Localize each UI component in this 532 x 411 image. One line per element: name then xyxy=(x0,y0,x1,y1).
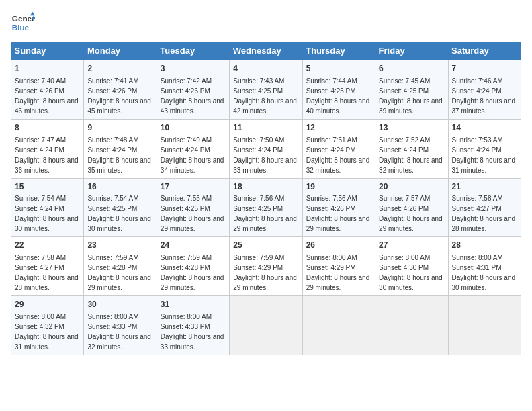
day-number: 6 xyxy=(379,63,444,75)
day-cell: 18 Sunrise: 7:56 AMSunset: 4:25 PMDaylig… xyxy=(230,178,302,237)
day-info: Sunrise: 7:55 AMSunset: 4:25 PMDaylight:… xyxy=(161,195,224,232)
day-number: 2 xyxy=(87,63,152,75)
header-tuesday: Tuesday xyxy=(157,42,229,60)
day-cell: 9 Sunrise: 7:48 AMSunset: 4:24 PMDayligh… xyxy=(84,119,157,178)
day-info: Sunrise: 7:54 AMSunset: 4:25 PMDaylight:… xyxy=(87,195,151,232)
day-cell: 26 Sunrise: 8:00 AMSunset: 4:29 PMDaylig… xyxy=(302,237,375,296)
day-cell: 25 Sunrise: 7:59 AMSunset: 4:29 PMDaylig… xyxy=(230,237,302,296)
day-info: Sunrise: 7:54 AMSunset: 4:24 PMDaylight:… xyxy=(15,195,79,232)
day-number: 21 xyxy=(452,181,517,193)
day-info: Sunrise: 7:47 AMSunset: 4:24 PMDaylight:… xyxy=(15,136,79,174)
day-info: Sunrise: 7:56 AMSunset: 4:25 PMDaylight:… xyxy=(233,195,297,232)
day-info: Sunrise: 7:59 AMSunset: 4:28 PMDaylight:… xyxy=(161,254,224,291)
day-info: Sunrise: 7:51 AMSunset: 4:24 PMDaylight:… xyxy=(306,136,370,174)
day-cell: 13 Sunrise: 7:52 AMSunset: 4:24 PMDaylig… xyxy=(375,119,448,178)
day-cell: 12 Sunrise: 7:51 AMSunset: 4:24 PMDaylig… xyxy=(302,119,375,178)
day-info: Sunrise: 7:52 AMSunset: 4:24 PMDaylight:… xyxy=(379,136,443,174)
day-info: Sunrise: 7:43 AMSunset: 4:25 PMDaylight:… xyxy=(233,77,297,115)
day-number: 8 xyxy=(15,122,80,134)
day-info: Sunrise: 8:00 AMSunset: 4:33 PMDaylight:… xyxy=(161,313,224,351)
day-number: 1 xyxy=(15,63,80,75)
day-info: Sunrise: 7:56 AMSunset: 4:26 PMDaylight:… xyxy=(306,195,370,232)
day-number: 29 xyxy=(15,299,80,310)
week-row-5: 29 Sunrise: 8:00 AMSunset: 4:32 PMDaylig… xyxy=(11,296,521,355)
day-number: 9 xyxy=(87,122,152,134)
day-number: 15 xyxy=(15,181,80,193)
day-cell: 23 Sunrise: 7:59 AMSunset: 4:28 PMDaylig… xyxy=(84,237,157,296)
day-cell: 27 Sunrise: 8:00 AMSunset: 4:30 PMDaylig… xyxy=(375,237,448,296)
header-friday: Friday xyxy=(375,42,448,60)
day-cell: 17 Sunrise: 7:55 AMSunset: 4:25 PMDaylig… xyxy=(157,178,229,237)
day-info: Sunrise: 7:45 AMSunset: 4:25 PMDaylight:… xyxy=(379,77,443,115)
day-cell: 22 Sunrise: 7:58 AMSunset: 4:27 PMDaylig… xyxy=(11,237,84,296)
day-number: 11 xyxy=(233,122,298,134)
day-number: 28 xyxy=(452,240,517,251)
day-info: Sunrise: 7:50 AMSunset: 4:24 PMDaylight:… xyxy=(233,136,297,174)
day-cell: 31 Sunrise: 8:00 AMSunset: 4:33 PMDaylig… xyxy=(157,296,229,355)
week-row-2: 8 Sunrise: 7:47 AMSunset: 4:24 PMDayligh… xyxy=(11,119,521,178)
day-number: 12 xyxy=(306,122,371,134)
day-cell: 24 Sunrise: 7:59 AMSunset: 4:28 PMDaylig… xyxy=(157,237,229,296)
day-cell: 21 Sunrise: 7:58 AMSunset: 4:27 PMDaylig… xyxy=(448,178,521,237)
day-cell: 28 Sunrise: 8:00 AMSunset: 4:31 PMDaylig… xyxy=(448,237,521,296)
day-number: 30 xyxy=(87,299,152,310)
header-saturday: Saturday xyxy=(448,42,521,60)
day-number: 26 xyxy=(306,240,371,251)
header-sunday: Sunday xyxy=(11,42,84,60)
week-row-1: 1 Sunrise: 7:40 AMSunset: 4:26 PMDayligh… xyxy=(11,60,521,120)
day-cell: 2 Sunrise: 7:41 AMSunset: 4:26 PMDayligh… xyxy=(84,60,157,120)
day-info: Sunrise: 7:59 AMSunset: 4:28 PMDaylight:… xyxy=(87,254,151,291)
day-number: 13 xyxy=(379,122,444,134)
day-info: Sunrise: 8:00 AMSunset: 4:32 PMDaylight:… xyxy=(15,313,79,351)
day-number: 7 xyxy=(452,63,517,75)
day-number: 10 xyxy=(161,122,226,134)
logo: General Blue xyxy=(11,11,35,35)
day-number: 18 xyxy=(233,181,298,193)
day-cell: 29 Sunrise: 8:00 AMSunset: 4:32 PMDaylig… xyxy=(11,296,84,355)
day-info: Sunrise: 8:00 AMSunset: 4:29 PMDaylight:… xyxy=(306,254,370,291)
header: General Blue xyxy=(11,11,521,35)
day-cell: 6 Sunrise: 7:45 AMSunset: 4:25 PMDayligh… xyxy=(375,60,448,120)
day-info: Sunrise: 7:46 AMSunset: 4:24 PMDaylight:… xyxy=(452,77,516,115)
day-cell: 30 Sunrise: 8:00 AMSunset: 4:33 PMDaylig… xyxy=(84,296,157,355)
day-info: Sunrise: 7:41 AMSunset: 4:26 PMDaylight:… xyxy=(87,77,151,115)
day-number: 3 xyxy=(161,63,226,75)
day-info: Sunrise: 7:42 AMSunset: 4:26 PMDaylight:… xyxy=(161,77,224,115)
day-number: 31 xyxy=(161,299,226,310)
day-cell: 3 Sunrise: 7:42 AMSunset: 4:26 PMDayligh… xyxy=(157,60,229,120)
logo-icon: General Blue xyxy=(11,11,35,35)
svg-text:Blue: Blue xyxy=(12,23,30,32)
header-wednesday: Wednesday xyxy=(230,42,302,60)
day-cell: 4 Sunrise: 7:43 AMSunset: 4:25 PMDayligh… xyxy=(230,60,302,120)
day-cell: 20 Sunrise: 7:57 AMSunset: 4:26 PMDaylig… xyxy=(375,178,448,237)
day-number: 23 xyxy=(87,240,152,251)
day-number: 16 xyxy=(87,181,152,193)
day-info: Sunrise: 7:59 AMSunset: 4:29 PMDaylight:… xyxy=(233,254,297,291)
day-cell: 8 Sunrise: 7:47 AMSunset: 4:24 PMDayligh… xyxy=(11,119,84,178)
day-cell: 14 Sunrise: 7:53 AMSunset: 4:24 PMDaylig… xyxy=(448,119,521,178)
day-info: Sunrise: 7:49 AMSunset: 4:24 PMDaylight:… xyxy=(161,136,224,174)
calendar-table: SundayMondayTuesdayWednesdayThursdayFrid… xyxy=(11,42,521,355)
header-monday: Monday xyxy=(84,42,157,60)
day-number: 20 xyxy=(379,181,444,193)
day-cell: 7 Sunrise: 7:46 AMSunset: 4:24 PMDayligh… xyxy=(448,60,521,120)
day-cell: 1 Sunrise: 7:40 AMSunset: 4:26 PMDayligh… xyxy=(11,60,84,120)
day-cell xyxy=(302,296,375,355)
day-info: Sunrise: 7:44 AMSunset: 4:25 PMDaylight:… xyxy=(306,77,370,115)
day-info: Sunrise: 7:53 AMSunset: 4:24 PMDaylight:… xyxy=(452,136,516,174)
day-cell xyxy=(375,296,448,355)
day-cell: 15 Sunrise: 7:54 AMSunset: 4:24 PMDaylig… xyxy=(11,178,84,237)
day-cell: 16 Sunrise: 7:54 AMSunset: 4:25 PMDaylig… xyxy=(84,178,157,237)
day-number: 19 xyxy=(306,181,371,193)
week-row-4: 22 Sunrise: 7:58 AMSunset: 4:27 PMDaylig… xyxy=(11,237,521,296)
day-number: 17 xyxy=(161,181,226,193)
calendar-header-row: SundayMondayTuesdayWednesdayThursdayFrid… xyxy=(11,42,521,60)
day-cell: 5 Sunrise: 7:44 AMSunset: 4:25 PMDayligh… xyxy=(302,60,375,120)
day-cell: 11 Sunrise: 7:50 AMSunset: 4:24 PMDaylig… xyxy=(230,119,302,178)
day-number: 5 xyxy=(306,63,371,75)
day-number: 25 xyxy=(233,240,298,251)
day-cell: 10 Sunrise: 7:49 AMSunset: 4:24 PMDaylig… xyxy=(157,119,229,178)
header-thursday: Thursday xyxy=(302,42,375,60)
day-cell xyxy=(230,296,302,355)
day-number: 4 xyxy=(233,63,298,75)
